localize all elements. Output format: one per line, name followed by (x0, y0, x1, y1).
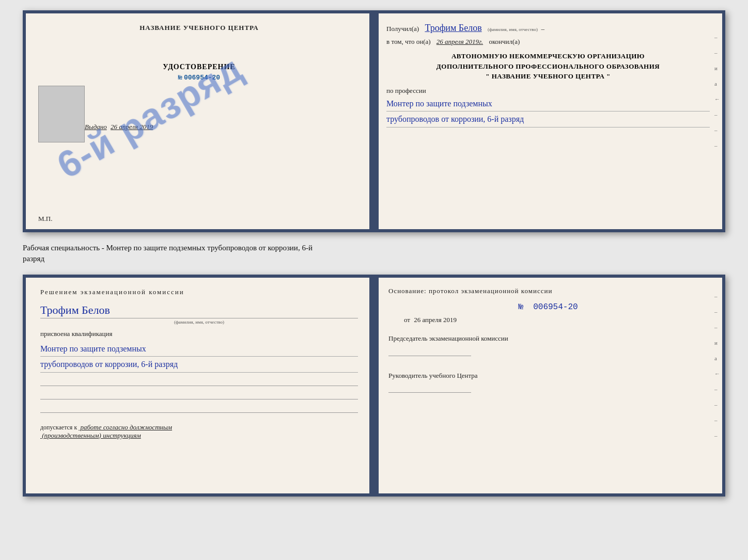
cert-poluchil-line: Получил(а) Трофим Белов (фамилия, имя, о… (386, 23, 710, 34)
cert-left-page: НАЗВАНИЕ УЧЕБНОГО ЦЕНТРА 6-й разряд УДОС… (26, 13, 374, 229)
cert-udostoverenie-label: УДОСТОВЕРЕНИЕ (38, 63, 360, 71)
qual-underline2 (40, 388, 358, 399)
chairman-label: Председатель экзаменационной комиссии (388, 333, 708, 356)
certificate-book-wrapper: НАЗВАНИЕ УЧЕБНОГО ЦЕНТРА 6-й разряд УДОС… (23, 10, 725, 232)
org-line3: " НАЗВАНИЕ УЧЕБНОГО ЦЕНТРА " (386, 71, 710, 82)
cert-mp: М.П. (38, 215, 52, 223)
qual-profession: Монтер по защите подземных трубопроводов… (40, 342, 358, 373)
cert-spine (369, 13, 379, 229)
vtom-prefix: в том, что он(а) (386, 38, 431, 45)
cert-photo (38, 86, 85, 142)
cert-header: НАЗВАНИЕ УЧЕБНОГО ЦЕНТРА (38, 24, 360, 32)
qual-spine (369, 278, 379, 493)
org-line1: АВТОНОМНУЮ НЕКОММЕРЧЕСКУЮ ОРГАНИЗАЦИЮ (386, 51, 710, 61)
specialty-line1: Рабочая специальность - Монтер по защите… (23, 244, 313, 252)
qual-line1: Монтер по защите подземных (40, 342, 358, 357)
qual-right-page: Основание: протокол экзаменационной коми… (374, 278, 722, 493)
right-sidebar-cert: – – и а ← – – – (714, 34, 720, 149)
qual-prisvoena: присвоена квалификация (40, 330, 358, 338)
rukovoditel-text: Руководитель учебного Центра (388, 372, 478, 379)
cert-right-page: Получил(а) Трофим Белов (фамилия, имя, о… (374, 13, 722, 229)
protocol-num-value: 006954-20 (533, 302, 578, 312)
rukovoditel-label: Руководитель учебного Центра (388, 371, 708, 393)
chairman-signature-line (388, 346, 471, 356)
middle-specialty-text: Рабочая специальность - Монтер по защите… (23, 241, 725, 266)
cert-vtom-line: в том, что он(а) 26 апреля 2019г. окончи… (386, 38, 710, 46)
qual-dopuskaetsya: допускается к работе согласно должностны… (40, 423, 358, 440)
cert-number-prefix: № (178, 74, 182, 82)
cert-number: № 006954-20 (38, 73, 360, 82)
poluchil-prefix: Получил(а) (386, 25, 419, 33)
chairman-text: Председатель экзаменационной комиссии (388, 334, 508, 342)
ot-date-value: 26 апреля 2019 (414, 316, 457, 324)
rukovoditel-signature-line (388, 382, 471, 393)
protocol-number: № 006954-20 (388, 302, 708, 312)
cert-profession: Монтер по защите подземных трубопроводов… (386, 97, 710, 127)
specialty-line2: разряд (23, 254, 44, 263)
qual-recipient-name: Трофим Белов (40, 303, 358, 317)
qualification-book-wrapper: Решением экзаменационной комиссии Трофим… (23, 275, 725, 497)
vydano-date: 26 апреля 2019 (111, 123, 153, 131)
osnov-title: Основание: протокол экзаменационной коми… (388, 287, 708, 295)
cert-number-value: 006954-20 (184, 74, 220, 82)
qual-left-page: Решением экзаменационной комиссии Трофим… (26, 278, 374, 493)
org-line2: ДОПОЛНИТЕЛЬНОГО ПРОФЕССИОНАЛЬНОГО ОБРАЗО… (386, 61, 710, 72)
vtom-date: 26 апреля 2019г. (437, 38, 483, 45)
qual-line2: трубопроводов от коррозии, 6-й разряд (40, 358, 358, 373)
okончил-text: окончил(а) (489, 38, 520, 45)
protocol-num-prefix: № (518, 302, 523, 312)
cert-org: АВТОНОМНУЮ НЕКОММЕРЧЕСКУЮ ОРГАНИЗАЦИЮ ДО… (386, 51, 710, 82)
cert-po-professii: по профессии (386, 87, 710, 95)
right-sidebar-qual: – – – и а ← – – – – (714, 293, 720, 439)
qual-underline3 (40, 402, 358, 413)
vydano-prefix: Выдано (85, 123, 107, 131)
ot-prefix: от (404, 316, 410, 324)
fio-label-cert: (фамилия, имя, отчество) (488, 27, 538, 32)
cert-vydano: Выдано 26 апреля 2019 (38, 123, 360, 131)
dopuskaetsya-prefix: допускается к (40, 424, 77, 431)
qualification-book: Решением экзаменационной комиссии Трофим… (23, 275, 725, 497)
certificate-book: НАЗВАНИЕ УЧЕБНОГО ЦЕНТРА 6-й разряд УДОС… (23, 10, 725, 232)
cert-stamp: 6-й разряд (67, 34, 232, 199)
qual-underline1 (40, 375, 358, 386)
qual-fio-label: (фамилия, имя, отчество) (40, 318, 358, 325)
protocol-date: от 26 апреля 2019 (388, 316, 708, 324)
profession-line1: Монтер по защите подземных (386, 97, 710, 112)
recipient-name: Трофим Белов (425, 23, 481, 33)
profession-line2: трубопроводов от коррозии, 6-й разряд (386, 113, 710, 127)
qual-section-title: Решением экзаменационной комиссии (40, 287, 358, 297)
